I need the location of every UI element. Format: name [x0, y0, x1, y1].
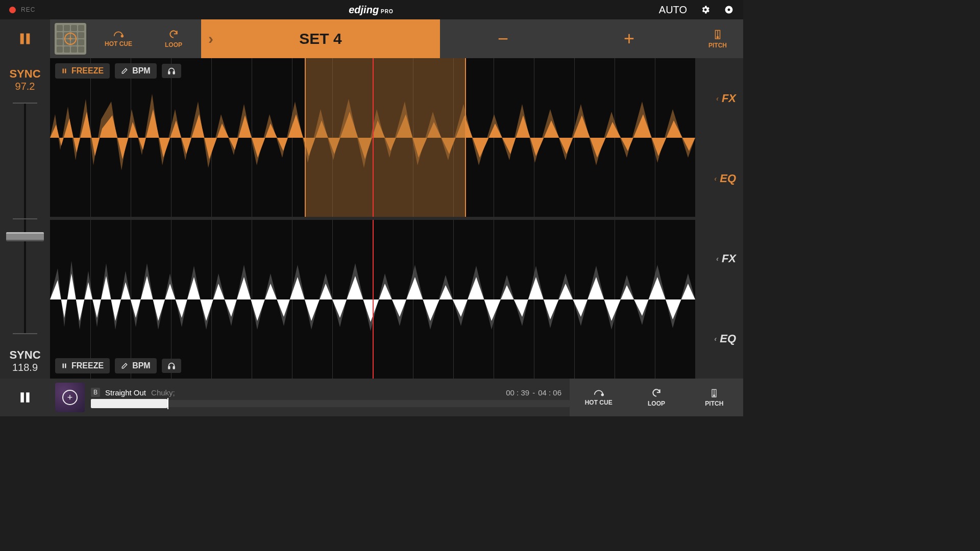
fx-button-a[interactable]: ‹FX	[716, 92, 736, 105]
crossfader-handle[interactable]	[6, 232, 44, 241]
sampler-button[interactable]: +	[50, 19, 91, 58]
bottom-controls: HOT CUE LOOP PITCH	[570, 379, 743, 416]
pitch-button-b[interactable]: PITCH	[685, 379, 743, 416]
record-label: REC	[21, 6, 35, 13]
fx-button-b[interactable]: ‹FX	[716, 252, 736, 265]
chevron-left-icon: ‹	[716, 94, 719, 103]
waveform-deck-b[interactable]: FREEZE BPM	[50, 220, 695, 379]
svg-rect-13	[168, 366, 170, 369]
svg-point-17	[601, 394, 603, 396]
track-time: 00 : 39-04 : 06	[506, 388, 561, 397]
freeze-button-a[interactable]: FREEZE	[55, 63, 110, 79]
loop-button-a[interactable]: LOOP	[146, 19, 201, 58]
loop-set-selector[interactable]: › SET 4	[201, 19, 440, 58]
track-title: Straight Out	[105, 388, 146, 397]
svg-rect-11	[63, 364, 64, 368]
chevron-left-icon: ‹	[715, 335, 717, 343]
loop-region-a[interactable]	[305, 58, 466, 217]
record-indicator-icon[interactable]	[9, 7, 16, 13]
pause-button-a[interactable]	[0, 19, 50, 58]
sync-deck-a[interactable]: SYNC 97.2	[9, 58, 40, 97]
chevron-left-icon: ‹	[716, 255, 719, 263]
deck-badge: B	[91, 388, 100, 397]
svg-rect-16	[26, 392, 29, 403]
app-logo: edjing PRO	[349, 4, 395, 16]
tempo-minus-button[interactable]: −	[440, 19, 566, 58]
add-track-icon: +	[62, 390, 78, 405]
svg-rect-8	[65, 69, 66, 73]
chevron-right-icon: ›	[208, 30, 213, 47]
hotcue-button-a[interactable]: HOT CUE	[91, 19, 146, 58]
bpm-edit-button-a[interactable]: BPM	[115, 63, 157, 79]
eq-button-a[interactable]: ‹EQ	[715, 172, 736, 185]
plus-icon: +	[64, 33, 77, 45]
album-art[interactable]: +	[55, 383, 85, 412]
svg-rect-7	[63, 69, 64, 73]
pause-button-b[interactable]	[0, 389, 50, 406]
track-artist: Chuky;	[151, 388, 175, 397]
chevron-left-icon: ‹	[715, 174, 717, 183]
eq-button-b[interactable]: ‹EQ	[715, 332, 736, 345]
svg-rect-10	[173, 71, 175, 74]
svg-point-1	[728, 9, 730, 11]
hotcue-button-b[interactable]: HOT CUE	[570, 379, 627, 416]
bpm-edit-button-b[interactable]: BPM	[115, 358, 157, 373]
svg-rect-9	[168, 71, 170, 74]
top-bar: REC edjing PRO AUTO	[0, 0, 743, 19]
playhead-a	[373, 58, 374, 217]
sync-deck-b[interactable]: SYNC 118.9	[9, 339, 40, 379]
svg-rect-3	[26, 34, 30, 44]
svg-point-4	[121, 35, 124, 37]
svg-rect-14	[173, 366, 175, 369]
freeze-button-b[interactable]: FREEZE	[55, 358, 110, 373]
main-area: SYNC 97.2 SYNC 118.9	[0, 58, 743, 379]
waveform-deck-a[interactable]: FREEZE BPM	[50, 58, 695, 217]
svg-rect-2	[20, 34, 24, 44]
pitch-button-a[interactable]: PITCH	[692, 19, 743, 58]
cue-headphones-button-b[interactable]	[162, 359, 181, 373]
tempo-plus-button[interactable]: +	[566, 19, 692, 58]
waveform-area: FREEZE BPM	[50, 58, 695, 379]
svg-rect-12	[65, 364, 66, 368]
playhead-b	[373, 220, 374, 379]
record-library-icon[interactable]	[724, 5, 734, 15]
svg-point-6	[717, 37, 719, 38]
crossfader[interactable]	[24, 103, 26, 334]
bottom-bar: + B Straight Out Chuky; 00 : 39-04 : 06 …	[0, 379, 743, 416]
right-rail: ‹FX ‹EQ ‹FX ‹EQ	[695, 58, 743, 379]
track-overview[interactable]	[91, 400, 570, 407]
settings-icon[interactable]	[700, 5, 710, 15]
track-info: B Straight Out Chuky; 00 : 39-04 : 06	[91, 388, 570, 407]
loop-button-b[interactable]: LOOP	[627, 379, 685, 416]
svg-point-19	[714, 395, 715, 396]
automix-button[interactable]: AUTO	[659, 4, 687, 16]
cue-headphones-button-a[interactable]	[162, 64, 181, 78]
svg-rect-15	[20, 392, 24, 403]
toolbar-deck-a: + HOT CUE LOOP › SET 4 − + PITCH	[0, 19, 743, 58]
crossfader-rail: SYNC 97.2 SYNC 118.9	[0, 58, 50, 379]
